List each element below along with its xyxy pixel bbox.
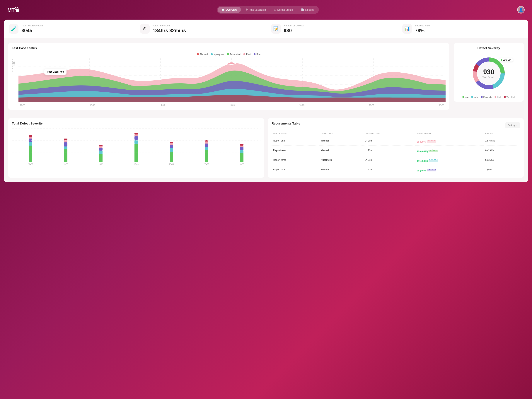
requirements-section: Recurements Table Sort by ▾ TEST CASES C… [268,118,524,178]
legend-moderate: Moderate [481,96,492,98]
bar-pink-7 [240,146,243,147]
legend-very-high: Very High [504,96,515,98]
table-body: Report one Manual 1h 20m 25 (29%) 15 (67… [272,136,520,174]
bar-red-2 [64,139,67,140]
bar-red-4 [134,133,138,134]
test-execution-value: 3045 [21,28,43,33]
chevron-down-icon: ▾ [516,124,518,127]
nav-overview[interactable]: 📋 Overview [218,7,241,13]
legend-run: Run [254,53,260,56]
bar-green-2 [64,149,67,162]
bar-label-7: 18-05 [239,163,244,165]
requirements-table: TEST CASES CASE TYPE TASTING TIME TOTAL … [272,131,520,174]
bar-pink-4 [134,134,138,136]
bar-teal-4 [134,140,138,144]
nav-defect-status[interactable]: ⊞ Defect Status [270,7,297,13]
legend-high: High [494,96,501,98]
bar-green-3 [99,154,102,162]
inprogress-dot [211,53,213,55]
defect-severity-section: Defect Severity [454,43,524,102]
col-test-cases: TEST CASES [272,131,319,136]
bar-pink-1 [29,137,32,139]
bar-purple-3 [99,148,102,151]
bar-chart-container: 12-05 13-05 [12,128,260,165]
table-row: Report three Autometic 1h 21m 111 (59%) … [272,155,520,165]
bar-red-6 [205,140,208,141]
cell-passed: 111 (59%) [415,155,484,165]
nav-test-exucation[interactable]: ⏱ Test Exucation [242,7,270,13]
overview-icon: 📋 [222,8,225,11]
left-column: Test Case Status Planned Inprogress Auto… [8,43,454,114]
content-area: Test Case Status Planned Inprogress Auto… [4,38,528,118]
legend-past: Past [243,53,251,56]
stat-time-spent-info: Total Time Spent 134hrs 32mins [152,24,186,33]
cell-passed: 129 (69%) [415,146,484,155]
area-chart-svg [19,58,446,102]
bar-teal-6 [205,147,208,150]
chart-wrapper: 500 400 300 200 100 0 [12,58,446,106]
bar-teal-7 [240,150,243,153]
success-rate-icon: 📊 [402,24,412,34]
defects-value: 930 [284,28,304,33]
nav-reports[interactable]: 📄 Reports [297,7,318,13]
cell-test-case: Report one [272,136,319,146]
table-row: Report four Manual 1h 23m 99 (45%) 1 (9%… [272,165,520,174]
bar-label-2: 13-05 [63,163,68,165]
legend-low: Low [462,96,469,98]
cell-time: 1h 21m [363,155,415,165]
bar-label-3: 14-05 [99,163,103,165]
bar-teal-3 [99,151,102,154]
bar-red-1 [29,135,32,137]
bar-teal-2 [64,146,67,149]
cell-case-type: Autometic [319,155,363,165]
cell-test-case: Report four [272,165,319,174]
bar-stack-7 [240,144,243,162]
donut-label: Total Defects [482,76,495,78]
time-spent-label: Total Time Spent [152,24,186,27]
table-header: TEST CASES CASE TYPE TASTING TIME TOTAL … [272,131,520,136]
bar-teal-1 [29,142,32,146]
bar-stack-3 [99,145,102,162]
stat-time-spent: ⏱ Total Time Spent 134hrs 32mins [135,19,266,38]
test-execution-label: Total Test Exucation [21,24,43,27]
cell-passed: 25 (29%) [415,136,484,146]
stat-test-execution: 🧪 Total Test Exucation 3045 [4,19,135,38]
avatar[interactable]: 👤 [517,6,525,13]
report-icon: 📄 [301,8,304,11]
bar-label-1: 12-05 [28,163,33,165]
bar-green-5 [170,152,173,162]
cell-time: 1h 20m [363,136,415,146]
cell-case-type: Manual [319,165,363,174]
tooltip-box: Past Case: 400 [44,69,66,75]
bar-red-3 [99,145,102,146]
bar-group-1805: 18-05 [225,144,259,165]
cell-time: 1h 23m [363,165,415,174]
cell-test-case: Report three [272,155,319,165]
bar-pink-2 [64,140,67,142]
stat-success-rate-info: Success Rate 78% [415,24,430,33]
success-rate-value: 78% [415,28,430,33]
bar-stack-1 [29,135,32,162]
bar-green-1 [29,146,32,162]
table-row: Report one Manual 1h 20m 25 (29%) 15 (67… [272,136,520,146]
bar-green-6 [205,150,208,162]
bar-purple-1 [29,139,32,142]
x-axis-labels: 12-05 13-05 14-05 15-05 16-05 17-05 18-0… [19,104,446,106]
time-spent-value: 134hrs 32mins [152,28,186,33]
success-rate-label: Success Rate [415,24,430,27]
donut-legend: Low Light Moderate High [462,96,515,98]
stats-row: 🧪 Total Test Exucation 3045 ⏱ Total Time… [4,19,528,38]
bar-purple-4 [134,136,138,140]
table-row: Report two Manual 1h 23m 129 (69%) 8 (19… [272,146,520,155]
time-spent-icon: ⏱ [140,24,150,34]
requirements-title: Recurements Table [272,122,300,126]
stat-defects: 📝 Number of Defects 930 [266,19,397,38]
bar-group-1505: 15-05 [119,133,153,165]
legend-light: Light [471,96,478,98]
main-nav: 📋 Overview ⏱ Test Exucation ⊞ Defect Sta… [217,6,319,14]
sort-button[interactable]: Sort by ▾ [505,122,520,128]
bar-group-1605: 16-05 [154,142,188,165]
defects-label: Number of Defects [284,24,304,27]
legend-planned: Planned [197,53,208,56]
bar-green-7 [240,153,243,162]
